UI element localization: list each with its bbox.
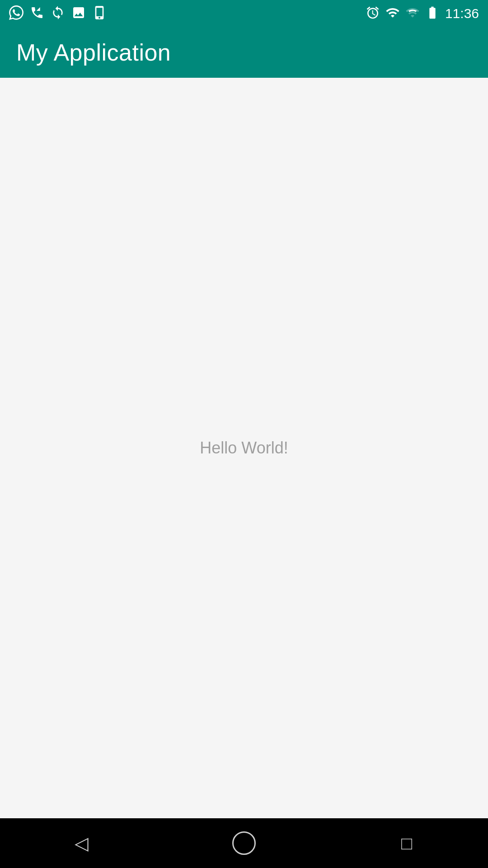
signal-icon bbox=[405, 5, 420, 22]
main-content: Hello World! bbox=[0, 78, 488, 818]
status-bar-left-icons bbox=[9, 5, 107, 22]
status-bar-right-icons: 11:36 bbox=[366, 5, 479, 22]
recents-button[interactable]: □ bbox=[389, 830, 425, 857]
status-bar: 11:36 bbox=[0, 0, 488, 27]
phone-clipboard-icon bbox=[92, 5, 107, 22]
app-bar: My Application bbox=[0, 27, 488, 78]
whatsapp-icon bbox=[9, 5, 23, 22]
missed-call-icon bbox=[30, 5, 44, 22]
recents-icon: □ bbox=[401, 834, 412, 852]
back-icon: ◁ bbox=[75, 834, 89, 852]
app-title: My Application bbox=[16, 39, 171, 66]
back-button[interactable]: ◁ bbox=[63, 830, 99, 857]
home-button[interactable] bbox=[226, 830, 262, 857]
battery-icon bbox=[425, 5, 440, 22]
gallery-icon bbox=[71, 5, 86, 22]
sync-icon bbox=[51, 5, 65, 22]
wifi-icon bbox=[385, 5, 400, 22]
nav-bar: ◁ □ bbox=[0, 818, 488, 868]
home-icon bbox=[232, 831, 256, 855]
alarm-icon bbox=[366, 5, 380, 22]
status-time: 11:36 bbox=[445, 6, 479, 21]
hello-world-text: Hello World! bbox=[200, 439, 288, 458]
